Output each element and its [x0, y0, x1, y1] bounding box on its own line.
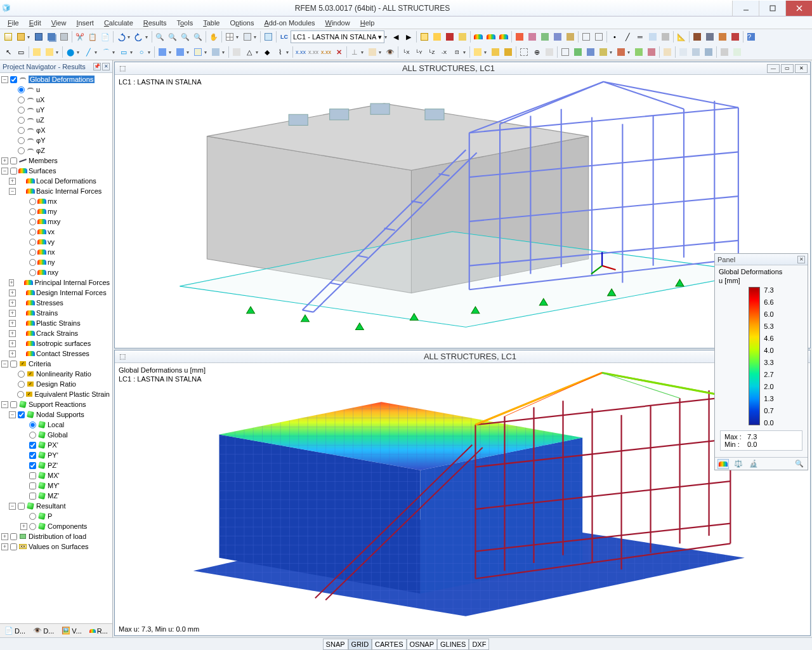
sh3-icon[interactable] [597, 46, 610, 58]
addon2-icon[interactable] [704, 30, 716, 43]
rb-nxy[interactable] [29, 269, 36, 276]
node-designratio[interactable]: Design Ratio [36, 380, 76, 388]
isobands-icon[interactable] [485, 30, 497, 43]
rb-phix[interactable] [18, 127, 25, 134]
node-my2[interactable]: MY' [48, 482, 60, 489]
node-ux[interactable]: uX [36, 96, 44, 103]
view-bottom-canvas[interactable]: Global Deformations u [mm] LC1 : LASTNA … [115, 363, 810, 636]
cb-py[interactable] [29, 452, 36, 459]
selrect-icon[interactable]: ▭ [15, 46, 27, 58]
rb-nonlin[interactable] [18, 371, 25, 378]
node-valuessurf[interactable]: Values on Surfaces [29, 543, 89, 550]
diagram-icon[interactable] [539, 30, 551, 43]
menu-results[interactable]: Results [138, 18, 172, 28]
open2-icon[interactable] [192, 46, 204, 58]
lay-icon[interactable] [731, 46, 743, 58]
ax4-icon[interactable]: -X [438, 46, 450, 58]
status-osnap[interactable]: OSNAP [407, 639, 438, 650]
eye-icon[interactable]: 👁️ [384, 46, 396, 58]
tab-display[interactable]: 👁️D... [30, 625, 57, 637]
next-lc-icon[interactable]: ▶ [402, 30, 415, 43]
rb-my[interactable] [29, 208, 36, 215]
cb-mz2[interactable] [29, 493, 36, 500]
rb-equiv[interactable] [17, 391, 24, 398]
zoom-sel-icon[interactable]: 🔍 [192, 30, 204, 43]
ax1-icon[interactable]: └X [400, 46, 412, 58]
node-my[interactable]: my [48, 208, 57, 215]
node-icon[interactable]: • [608, 30, 621, 43]
node-p[interactable]: P [48, 512, 52, 520]
nav-icon[interactable] [241, 30, 254, 43]
loads-icon[interactable] [443, 30, 456, 43]
pan-icon[interactable]: ✋ [207, 30, 220, 43]
menu-table[interactable]: Table [198, 18, 225, 28]
view-top-canvas[interactable]: LC1 : LASTNA IN STALNA [115, 75, 810, 348]
cb-surfaces[interactable] [10, 168, 17, 175]
node-iso[interactable]: Isotropic surfaces [36, 340, 91, 347]
lc-icon[interactable]: LC [278, 30, 291, 43]
line-icon[interactable]: ╱ [621, 30, 634, 43]
toggle-results-icon[interactable] [418, 30, 431, 43]
node-uy[interactable]: uY [36, 106, 44, 114]
delete-icon[interactable]: ✕ [332, 46, 345, 58]
panel-tab-filter[interactable]: 🔬 [748, 459, 759, 469]
view-min-icon[interactable]: — [767, 64, 780, 73]
node-components[interactable]: Components [48, 522, 87, 530]
paste-icon[interactable]: 📄 [99, 30, 112, 43]
panel-tab-scale[interactable]: ⚖️ [733, 459, 744, 469]
copy-mirror-icon[interactable] [43, 46, 56, 58]
navigator-tree[interactable]: −Global Deformations u uX uY uZ φX φY φZ… [0, 73, 112, 623]
node-phiz[interactable]: φZ [36, 147, 45, 154]
snap-icon[interactable]: ⊕ [530, 46, 543, 58]
node-nxy[interactable]: nxy [48, 269, 58, 276]
node-uz[interactable]: uZ [36, 116, 44, 124]
zoom-window-icon[interactable]: 🔍 [154, 30, 166, 43]
disp-icon[interactable] [661, 46, 674, 58]
sections-icon[interactable] [526, 30, 539, 43]
rb-nx[interactable] [29, 249, 36, 256]
ex2-icon[interactable] [690, 46, 702, 58]
menu-edit[interactable]: Edit [24, 18, 46, 28]
surf-icon[interactable] [646, 30, 659, 43]
node-plastic[interactable]: Plastic Strains [36, 319, 81, 327]
cb-global-def[interactable] [10, 76, 17, 83]
menu-help[interactable]: Help [355, 18, 380, 28]
rb-vx[interactable] [29, 229, 36, 235]
node-mz2[interactable]: MZ' [48, 492, 59, 500]
node-global-def[interactable]: Global Deformations [29, 76, 95, 83]
open-icon[interactable] [15, 30, 27, 43]
vis2-icon[interactable] [593, 30, 605, 43]
open-dropdown-icon[interactable]: ▾ [27, 34, 32, 40]
rb-global[interactable] [29, 432, 36, 439]
node-px[interactable]: PX' [48, 441, 58, 449]
cross-icon[interactable] [513, 30, 526, 43]
undo-dropdown-icon[interactable]: ▾ [128, 34, 133, 40]
node-ny[interactable]: ny [48, 258, 55, 266]
node2-icon[interactable]: ⬤ [64, 46, 77, 58]
table-icon[interactable] [223, 30, 236, 43]
anim-icon[interactable] [431, 30, 443, 43]
ex1-icon[interactable] [677, 46, 690, 58]
rb-uz[interactable] [18, 117, 25, 124]
minimize-button[interactable] [732, 1, 759, 16]
menu-calculate[interactable]: Calculate [99, 18, 138, 28]
node-stresses[interactable]: Stresses [36, 299, 63, 307]
rb-designratio[interactable] [18, 381, 25, 388]
hinge-icon[interactable] [230, 46, 243, 58]
set-icon[interactable]: 📐 [675, 30, 688, 43]
node-u[interactable]: u [36, 86, 40, 93]
loadcase-combo[interactable]: LC1 - LASTNA IN STALNA▾ [291, 30, 384, 43]
node-contact[interactable]: Contact Stresses [36, 350, 89, 357]
cb-my2[interactable] [29, 482, 36, 489]
node-global[interactable]: Global [48, 431, 68, 439]
grid-icon[interactable] [518, 46, 530, 58]
r2-icon[interactable] [489, 46, 502, 58]
panel-options-icon[interactable]: 🔍 [794, 459, 805, 469]
sh1-icon[interactable] [572, 46, 584, 58]
surf2-icon[interactable] [174, 46, 187, 58]
node-resultant[interactable]: Resultant [36, 502, 65, 510]
member-icon2[interactable]: ═ [634, 30, 646, 43]
node-mxy[interactable]: mxy [48, 218, 60, 225]
node-basicif[interactable]: Basic Internal Forces [36, 187, 102, 195]
sh6-icon[interactable] [645, 46, 658, 58]
